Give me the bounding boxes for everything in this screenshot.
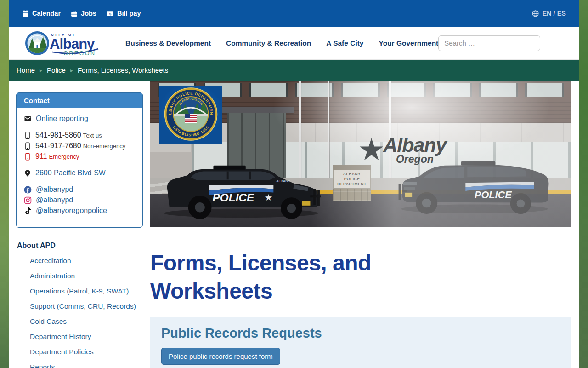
breadcrumb-current: Forms, Licenses, Worksheets: [78, 66, 168, 74]
breadcrumb: Home ▸ Police ▸ Forms, Licenses, Workshe…: [9, 60, 579, 80]
albany-watermark: ★ Albany Oregon: [358, 135, 447, 166]
envelope-icon: [24, 115, 32, 122]
tiktok-handle-link[interactable]: @albanyoregonpolice: [36, 207, 107, 215]
nav-a-safe-city[interactable]: A Safe City: [326, 39, 363, 47]
calendar-icon: [22, 10, 29, 17]
sign-line: POLICE: [334, 177, 369, 182]
page-container: Calendar Jobs $ Bill pay EN / ES: [9, 0, 579, 368]
address-link[interactable]: 2600 Pacific Blvd SW: [35, 169, 106, 177]
phone-nonemergency-label: Non-emergency: [83, 143, 126, 150]
police-car-label: POLICE: [212, 191, 254, 204]
police-suv-left: POLICE ★ ALBANY: [160, 163, 322, 221]
phone-text-label: Text us: [83, 132, 102, 139]
chevron-right-icon: ▸: [40, 67, 42, 74]
page-title: Forms, Licenses, and Worksheets: [150, 249, 463, 305]
sidebar-item-cold-cases[interactable]: Cold Cases: [17, 317, 143, 326]
seal-star-left: ★: [168, 113, 171, 116]
watermark-name: Albany: [383, 135, 446, 155]
city-logo[interactable]: CITY OF Albany OREGON: [25, 30, 105, 57]
sidebar: Contact Online reporting 541-981-5860Tex…: [16, 80, 143, 368]
police-car-label: POLICE: [475, 189, 512, 201]
main-nav: Business & Development Community & Recre…: [125, 39, 438, 47]
car-albany-label: ALBANY: [276, 179, 291, 183]
police-records-request-button[interactable]: Police public records request form: [161, 348, 280, 365]
police-department-sign: ALBANY POLICE DEPARTMENT: [333, 165, 371, 201]
sign-line: ALBANY: [334, 172, 369, 177]
main-column: ALBANY POLICE DEPARTMENT POL: [150, 80, 572, 368]
language-toggle-label: EN / ES: [542, 10, 566, 17]
nav-your-government[interactable]: Your Government: [379, 39, 439, 47]
facebook-icon: [24, 186, 32, 194]
logo-state: OREGON: [63, 50, 96, 57]
phone-emergency-label: Emergency: [49, 153, 79, 160]
phone-text-number[interactable]: 541-981-5860: [35, 131, 81, 139]
sign-line: DEPARTMENT: [334, 182, 369, 187]
bill-icon: $: [107, 10, 114, 17]
nav-business-development[interactable]: Business & Development: [125, 39, 211, 47]
mobile-phone-icon: [24, 132, 31, 139]
nav-community-recreation[interactable]: Community & Recreation: [226, 39, 311, 47]
phone-nonemergency-number[interactable]: 541-917-7680: [35, 142, 81, 150]
jobs-link[interactable]: Jobs: [71, 10, 96, 17]
hero-image: ALBANY POLICE DEPARTMENT POL: [150, 81, 571, 227]
logo-name: Albany: [50, 36, 95, 52]
briefcase-icon: [71, 10, 78, 17]
sidebar-item-department-policies[interactable]: Department Policies: [17, 348, 143, 356]
online-reporting-link[interactable]: Online reporting: [36, 115, 88, 123]
jobs-label: Jobs: [81, 10, 96, 17]
utility-bar: Calendar Jobs $ Bill pay EN / ES: [9, 0, 579, 27]
location-pin-icon: [24, 169, 31, 177]
public-records-panel: Public Records Requests Police public re…: [150, 317, 571, 368]
calendar-label: Calendar: [32, 10, 61, 17]
mobile-phone-icon: [24, 142, 31, 150]
sidebar-item-reports[interactable]: Reports: [17, 363, 143, 368]
contact-card: Contact Online reporting 541-981-5860Tex…: [16, 92, 143, 228]
bill-pay-link[interactable]: $ Bill pay: [107, 10, 141, 17]
facebook-handle-link[interactable]: @albanypd: [36, 185, 73, 194]
police-suv-right: POLICE: [397, 158, 552, 217]
star-icon: ★: [358, 135, 385, 164]
sidebar-item-department-history[interactable]: Department History: [17, 333, 143, 341]
language-toggle[interactable]: EN / ES: [532, 10, 566, 17]
calendar-link[interactable]: Calendar: [22, 10, 61, 17]
bill-pay-label: Bill pay: [117, 10, 141, 17]
seal-star-right: ★: [210, 113, 213, 116]
tiktok-icon: [24, 207, 32, 215]
contact-card-title: Contact: [17, 93, 142, 108]
search-input[interactable]: [438, 35, 540, 51]
star-badge-icon: ★: [265, 192, 273, 202]
sidebar-item-support[interactable]: Support (Comms, CRU, Records): [17, 302, 143, 310]
public-records-title: Public Records Requests: [161, 326, 560, 341]
globe-icon: [532, 10, 539, 17]
breadcrumb-home[interactable]: Home: [17, 66, 35, 74]
instagram-icon: [24, 196, 32, 204]
site-header: CITY OF Albany OREGON Business & Develop…: [9, 27, 579, 60]
side-menu: About APD Accreditation Administration O…: [16, 242, 143, 368]
chevron-right-icon: ▸: [70, 67, 73, 74]
sidebar-item-about-apd[interactable]: About APD: [17, 242, 143, 250]
sidebar-item-accreditation[interactable]: Accreditation: [17, 257, 143, 265]
sidebar-item-operations[interactable]: Operations (Patrol, K-9, SWAT): [17, 287, 143, 295]
emergency-phone-icon: [24, 153, 31, 161]
search-wrap: [438, 35, 540, 51]
police-seal: ALBANY POLICE DEPARTMENT ESTABLISHED 186…: [159, 86, 222, 144]
instagram-handle-link[interactable]: @albanypd: [36, 196, 73, 204]
content-area: Contact Online reporting 541-981-5860Tex…: [9, 80, 579, 368]
phone-emergency-number[interactable]: 911: [35, 152, 47, 160]
breadcrumb-police[interactable]: Police: [47, 66, 66, 74]
sidebar-item-administration[interactable]: Administration: [17, 272, 143, 280]
